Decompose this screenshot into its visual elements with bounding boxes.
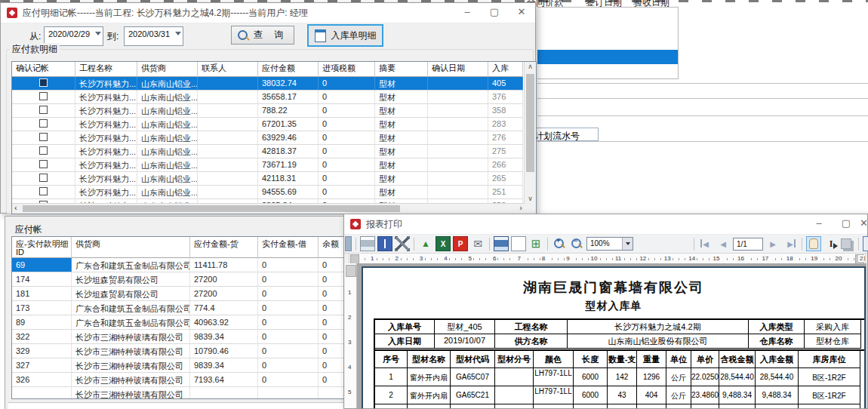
table-row-cell[interactable]: [428, 145, 488, 158]
data-grid-icon[interactable]: ⊞: [528, 236, 543, 251]
copy-page-icon[interactable]: [841, 238, 851, 249]
table-row-cell[interactable]: 山东南山铝业...: [137, 104, 198, 118]
column-header[interactable]: 入库: [488, 62, 523, 77]
table-row-cell[interactable]: 型材: [375, 77, 428, 91]
bg-grid-cell[interactable]: [630, 64, 679, 79]
table-row-cell[interactable]: 型材: [375, 158, 428, 172]
table-row-cell[interactable]: 7193.64: [190, 373, 258, 387]
table-row-cell[interactable]: 0: [319, 186, 375, 199]
table-row-cell[interactable]: [198, 104, 258, 118]
table-row-cell[interactable]: 35658.17: [258, 91, 319, 104]
table-row-cell[interactable]: 275: [488, 145, 523, 158]
column-header[interactable]: 供货商: [72, 237, 190, 258]
table-row-cell[interactable]: 山东南山铝业...: [137, 145, 198, 158]
table-row-cell[interactable]: [428, 131, 488, 145]
table-row-cell[interactable]: [198, 158, 258, 172]
table-row-cell[interactable]: 广东合和建筑五金制品有限公司: [72, 301, 190, 315]
prev-page-icon[interactable]: ◀: [716, 236, 731, 251]
bg-grid-cell[interactable]: [537, 7, 583, 22]
table-row-cell[interactable]: [198, 77, 258, 91]
table-row-cell[interactable]: 42118.31: [258, 172, 319, 186]
table-row-cell[interactable]: 9839.34: [190, 330, 258, 344]
table-row-cell[interactable]: [198, 131, 258, 145]
table-row-cell[interactable]: 265: [488, 172, 523, 186]
table-row-cell[interactable]: 11411.78: [190, 258, 258, 272]
table-row-cell[interactable]: 322: [12, 330, 72, 344]
close-preview-icon[interactable]: ✕: [863, 236, 868, 251]
column-header[interactable]: 工程名称: [75, 62, 137, 77]
table-row-cell[interactable]: 89: [12, 315, 72, 330]
table-row-cell[interactable]: 9839.34: [190, 358, 258, 373]
confirm-checkbox[interactable]: [39, 187, 48, 195]
vertical-scroll-thumb[interactable]: [526, 74, 534, 172]
preview-icon[interactable]: [345, 236, 352, 251]
table-row-cell[interactable]: 0: [258, 301, 319, 315]
table-row-cell[interactable]: 型材: [375, 104, 428, 118]
table-row-cell[interactable]: 94555.69: [258, 186, 319, 199]
table-row-cell[interactable]: 长沙市三湘特种玻璃有限公司: [72, 373, 190, 387]
table-row-cell[interactable]: 广东合和建筑五金制品有限公司: [72, 315, 190, 330]
horizontal-scrollbar[interactable]: ‹›: [12, 203, 525, 214]
bg-grid-cell[interactable]: [583, 35, 631, 51]
table-row-cell[interactable]: 长沙万科魅力...: [75, 91, 137, 104]
scroll-left-icon[interactable]: ‹: [14, 203, 17, 212]
table-row-cell[interactable]: 174: [12, 272, 72, 287]
table-row-cell[interactable]: 0: [319, 131, 375, 145]
bg-grid-cell[interactable]: [537, 64, 583, 79]
table-row-cell[interactable]: 42818.37: [258, 145, 319, 158]
table-row-cell[interactable]: [12, 158, 75, 172]
inbound-detail-button[interactable]: 入库单明细: [307, 24, 383, 47]
hand-tool-icon[interactable]: [806, 236, 821, 251]
bg-grid-cell[interactable]: [630, 7, 679, 22]
chevron-down-icon[interactable]: [622, 238, 633, 250]
table-row-cell[interactable]: 0: [258, 272, 319, 287]
scroll-down-icon[interactable]: ∨: [525, 194, 536, 204]
column-header[interactable]: 进项税额: [319, 62, 375, 77]
report-preview-area[interactable]: 12345 湖南巨晟门窗幕墙有限公司 型材入库单 入库单号型材_405工程名称长…: [345, 263, 866, 408]
table-row-cell[interactable]: 0: [319, 104, 375, 118]
table-row-cell[interactable]: 型材: [375, 118, 428, 131]
column-header[interactable]: 实付金额-借: [258, 237, 319, 258]
close-icon[interactable]: ✕: [508, 3, 535, 23]
table-row-cell[interactable]: 0: [319, 91, 375, 104]
table-row-cell[interactable]: 长沙万科魅力...: [75, 158, 137, 172]
export-icon[interactable]: ▲: [418, 236, 433, 251]
bg-grid-cell[interactable]: [583, 64, 631, 79]
table-row-cell[interactable]: [428, 186, 488, 199]
table-row-cell[interactable]: 长沙万科魅力...: [75, 118, 137, 131]
table-row-cell[interactable]: [198, 145, 258, 158]
table-row-cell[interactable]: 长沙坦森贸易有限公司: [72, 287, 190, 301]
table-row-cell[interactable]: 283: [488, 118, 523, 131]
scroll-up-icon[interactable]: ∧: [525, 62, 536, 72]
table-row-cell[interactable]: 型材: [375, 186, 428, 199]
table-row-cell[interactable]: [12, 91, 75, 104]
zoom-out-icon[interactable]: [569, 236, 584, 251]
printer-icon[interactable]: [360, 236, 375, 251]
table-row-cell[interactable]: 358: [488, 104, 523, 118]
confirm-checkbox[interactable]: [39, 160, 48, 168]
table-row-cell[interactable]: 0: [258, 330, 319, 344]
table-row-cell[interactable]: 67201.35: [258, 118, 319, 131]
query-button[interactable]: 查 询: [231, 26, 294, 45]
minimize-icon[interactable]: –: [454, 3, 481, 23]
table-row-cell[interactable]: [428, 158, 488, 172]
table-row-cell[interactable]: [428, 172, 488, 186]
table-row-cell[interactable]: [12, 104, 75, 118]
column-header[interactable]: 应-实付款明细ID: [12, 237, 72, 258]
table-row-cell[interactable]: 山东南山铝业...: [137, 118, 198, 131]
confirm-checkbox[interactable]: [39, 106, 48, 114]
table-row-cell[interactable]: 长沙市三湘特种玻璃有限公司: [72, 344, 190, 358]
bg-grid-cell[interactable]: [537, 50, 583, 65]
table-row-cell[interactable]: [198, 118, 258, 131]
payable-window-titlebar[interactable]: 应付明细记帐------当前工程: 长沙万科魅力之城4.2期------当前用户…: [1, 3, 535, 23]
table-row-cell[interactable]: 0: [258, 344, 319, 358]
confirm-checkbox[interactable]: [39, 78, 48, 87]
vertical-scrollbar[interactable]: ∧∨: [524, 62, 536, 204]
table-row-cell[interactable]: 73671.19: [258, 158, 319, 172]
export-excel-icon[interactable]: X: [436, 236, 451, 251]
close-icon[interactable]: ✕: [860, 214, 867, 234]
table-row-cell[interactable]: 173: [12, 301, 72, 315]
table-row-cell[interactable]: 27200: [190, 287, 258, 301]
page-setup-icon[interactable]: [511, 236, 526, 251]
table-row-cell[interactable]: 0: [319, 77, 375, 91]
